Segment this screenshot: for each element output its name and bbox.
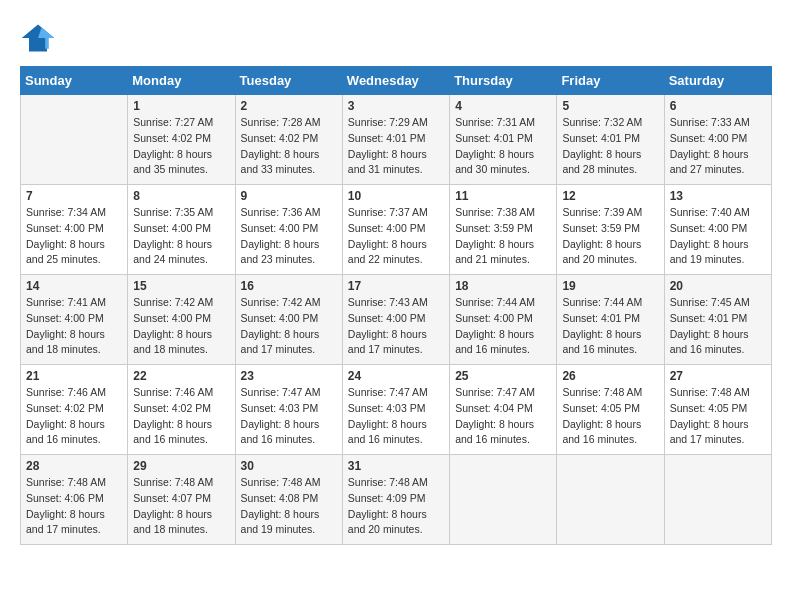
calendar-cell: 19 Sunrise: 7:44 AM Sunset: 4:01 PM Dayl… — [557, 275, 664, 365]
day-info: Sunrise: 7:48 AM Sunset: 4:07 PM Dayligh… — [133, 475, 229, 538]
day-number: 15 — [133, 279, 229, 293]
daylight-label: Daylight: 8 hours and 20 minutes. — [562, 238, 641, 266]
sunrise-label: Sunrise: 7:31 AM — [455, 116, 535, 128]
sunset-label: Sunset: 4:03 PM — [241, 402, 319, 414]
sunrise-label: Sunrise: 7:48 AM — [241, 476, 321, 488]
day-info: Sunrise: 7:48 AM Sunset: 4:05 PM Dayligh… — [670, 385, 766, 448]
day-number: 27 — [670, 369, 766, 383]
daylight-label: Daylight: 8 hours and 20 minutes. — [348, 508, 427, 536]
day-number: 4 — [455, 99, 551, 113]
calendar-cell: 2 Sunrise: 7:28 AM Sunset: 4:02 PM Dayli… — [235, 95, 342, 185]
calendar-cell: 8 Sunrise: 7:35 AM Sunset: 4:00 PM Dayli… — [128, 185, 235, 275]
sunrise-label: Sunrise: 7:48 AM — [562, 386, 642, 398]
calendar-cell: 11 Sunrise: 7:38 AM Sunset: 3:59 PM Dayl… — [450, 185, 557, 275]
sunset-label: Sunset: 4:00 PM — [26, 312, 104, 324]
calendar-cell — [21, 95, 128, 185]
logo-icon — [20, 20, 56, 56]
daylight-label: Daylight: 8 hours and 23 minutes. — [241, 238, 320, 266]
sunrise-label: Sunrise: 7:43 AM — [348, 296, 428, 308]
calendar-cell: 7 Sunrise: 7:34 AM Sunset: 4:00 PM Dayli… — [21, 185, 128, 275]
sunset-label: Sunset: 4:02 PM — [241, 132, 319, 144]
daylight-label: Daylight: 8 hours and 17 minutes. — [670, 418, 749, 446]
day-info: Sunrise: 7:28 AM Sunset: 4:02 PM Dayligh… — [241, 115, 337, 178]
sunrise-label: Sunrise: 7:47 AM — [348, 386, 428, 398]
day-number: 24 — [348, 369, 444, 383]
sunset-label: Sunset: 4:03 PM — [348, 402, 426, 414]
sunrise-label: Sunrise: 7:32 AM — [562, 116, 642, 128]
daylight-label: Daylight: 8 hours and 18 minutes. — [26, 328, 105, 356]
daylight-label: Daylight: 8 hours and 16 minutes. — [562, 328, 641, 356]
day-number: 8 — [133, 189, 229, 203]
daylight-label: Daylight: 8 hours and 19 minutes. — [241, 508, 320, 536]
sunrise-label: Sunrise: 7:42 AM — [133, 296, 213, 308]
calendar-cell: 9 Sunrise: 7:36 AM Sunset: 4:00 PM Dayli… — [235, 185, 342, 275]
sunrise-label: Sunrise: 7:48 AM — [670, 386, 750, 398]
day-info: Sunrise: 7:47 AM Sunset: 4:03 PM Dayligh… — [348, 385, 444, 448]
sunset-label: Sunset: 4:00 PM — [26, 222, 104, 234]
weekday-header: Tuesday — [235, 67, 342, 95]
sunrise-label: Sunrise: 7:46 AM — [26, 386, 106, 398]
day-info: Sunrise: 7:41 AM Sunset: 4:00 PM Dayligh… — [26, 295, 122, 358]
day-info: Sunrise: 7:42 AM Sunset: 4:00 PM Dayligh… — [241, 295, 337, 358]
daylight-label: Daylight: 8 hours and 16 minutes. — [241, 418, 320, 446]
day-number: 28 — [26, 459, 122, 473]
calendar-week-row: 14 Sunrise: 7:41 AM Sunset: 4:00 PM Dayl… — [21, 275, 772, 365]
sunrise-label: Sunrise: 7:47 AM — [455, 386, 535, 398]
daylight-label: Daylight: 8 hours and 17 minutes. — [348, 328, 427, 356]
daylight-label: Daylight: 8 hours and 16 minutes. — [26, 418, 105, 446]
sunrise-label: Sunrise: 7:36 AM — [241, 206, 321, 218]
day-info: Sunrise: 7:43 AM Sunset: 4:00 PM Dayligh… — [348, 295, 444, 358]
sunset-label: Sunset: 4:02 PM — [26, 402, 104, 414]
day-number: 12 — [562, 189, 658, 203]
day-info: Sunrise: 7:36 AM Sunset: 4:00 PM Dayligh… — [241, 205, 337, 268]
calendar-cell: 15 Sunrise: 7:42 AM Sunset: 4:00 PM Dayl… — [128, 275, 235, 365]
calendar-cell: 4 Sunrise: 7:31 AM Sunset: 4:01 PM Dayli… — [450, 95, 557, 185]
calendar-cell: 23 Sunrise: 7:47 AM Sunset: 4:03 PM Dayl… — [235, 365, 342, 455]
sunset-label: Sunset: 4:05 PM — [670, 402, 748, 414]
daylight-label: Daylight: 8 hours and 16 minutes. — [455, 418, 534, 446]
day-info: Sunrise: 7:39 AM Sunset: 3:59 PM Dayligh… — [562, 205, 658, 268]
sunrise-label: Sunrise: 7:35 AM — [133, 206, 213, 218]
calendar-cell: 29 Sunrise: 7:48 AM Sunset: 4:07 PM Dayl… — [128, 455, 235, 545]
sunrise-label: Sunrise: 7:29 AM — [348, 116, 428, 128]
sunset-label: Sunset: 4:07 PM — [133, 492, 211, 504]
calendar-cell: 22 Sunrise: 7:46 AM Sunset: 4:02 PM Dayl… — [128, 365, 235, 455]
day-number: 11 — [455, 189, 551, 203]
sunset-label: Sunset: 4:04 PM — [455, 402, 533, 414]
calendar-cell: 31 Sunrise: 7:48 AM Sunset: 4:09 PM Dayl… — [342, 455, 449, 545]
day-info: Sunrise: 7:44 AM Sunset: 4:01 PM Dayligh… — [562, 295, 658, 358]
daylight-label: Daylight: 8 hours and 30 minutes. — [455, 148, 534, 176]
daylight-label: Daylight: 8 hours and 16 minutes. — [670, 328, 749, 356]
calendar-cell: 25 Sunrise: 7:47 AM Sunset: 4:04 PM Dayl… — [450, 365, 557, 455]
day-number: 1 — [133, 99, 229, 113]
calendar-cell: 18 Sunrise: 7:44 AM Sunset: 4:00 PM Dayl… — [450, 275, 557, 365]
daylight-label: Daylight: 8 hours and 17 minutes. — [241, 328, 320, 356]
page-header — [20, 20, 772, 56]
sunrise-label: Sunrise: 7:48 AM — [348, 476, 428, 488]
calendar-cell: 3 Sunrise: 7:29 AM Sunset: 4:01 PM Dayli… — [342, 95, 449, 185]
day-number: 3 — [348, 99, 444, 113]
sunset-label: Sunset: 4:09 PM — [348, 492, 426, 504]
day-info: Sunrise: 7:47 AM Sunset: 4:04 PM Dayligh… — [455, 385, 551, 448]
calendar-table: SundayMondayTuesdayWednesdayThursdayFrid… — [20, 66, 772, 545]
weekday-header-row: SundayMondayTuesdayWednesdayThursdayFrid… — [21, 67, 772, 95]
calendar-cell: 26 Sunrise: 7:48 AM Sunset: 4:05 PM Dayl… — [557, 365, 664, 455]
calendar-cell: 17 Sunrise: 7:43 AM Sunset: 4:00 PM Dayl… — [342, 275, 449, 365]
calendar-cell: 13 Sunrise: 7:40 AM Sunset: 4:00 PM Dayl… — [664, 185, 771, 275]
day-info: Sunrise: 7:35 AM Sunset: 4:00 PM Dayligh… — [133, 205, 229, 268]
daylight-label: Daylight: 8 hours and 33 minutes. — [241, 148, 320, 176]
calendar-week-row: 28 Sunrise: 7:48 AM Sunset: 4:06 PM Dayl… — [21, 455, 772, 545]
sunset-label: Sunset: 4:05 PM — [562, 402, 640, 414]
calendar-week-row: 21 Sunrise: 7:46 AM Sunset: 4:02 PM Dayl… — [21, 365, 772, 455]
sunset-label: Sunset: 4:06 PM — [26, 492, 104, 504]
calendar-cell — [557, 455, 664, 545]
day-info: Sunrise: 7:44 AM Sunset: 4:00 PM Dayligh… — [455, 295, 551, 358]
day-number: 19 — [562, 279, 658, 293]
weekday-header: Thursday — [450, 67, 557, 95]
sunset-label: Sunset: 4:00 PM — [133, 312, 211, 324]
daylight-label: Daylight: 8 hours and 16 minutes. — [562, 418, 641, 446]
calendar-cell: 5 Sunrise: 7:32 AM Sunset: 4:01 PM Dayli… — [557, 95, 664, 185]
weekday-header: Friday — [557, 67, 664, 95]
sunrise-label: Sunrise: 7:28 AM — [241, 116, 321, 128]
day-number: 2 — [241, 99, 337, 113]
